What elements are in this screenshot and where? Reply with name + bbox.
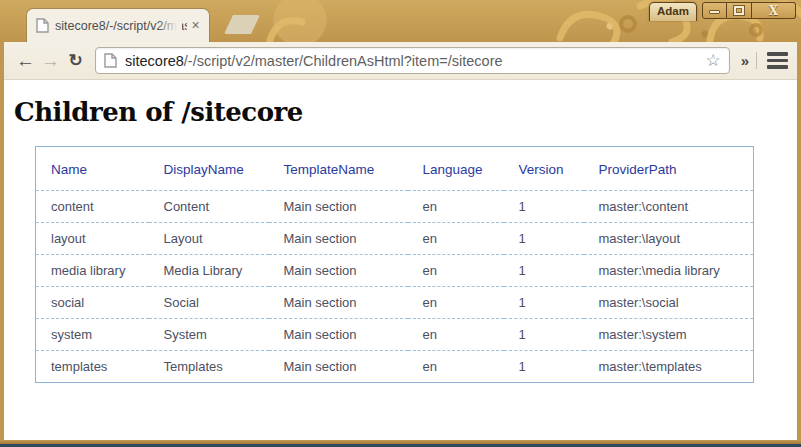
cell-language: en [408, 191, 504, 223]
table-row: social Social Main section en 1 master:\… [36, 287, 754, 319]
close-button[interactable]: X [752, 2, 796, 19]
table-row: media library Media Library Main section… [36, 255, 754, 287]
cell-templatename: Main section [269, 351, 408, 383]
maximize-icon [734, 6, 744, 15]
menu-icon [767, 65, 788, 69]
extensions-overflow-button[interactable]: » [741, 52, 749, 69]
window-controls: X [702, 2, 796, 19]
column-header-language: Language [408, 147, 504, 191]
cell-displayname: Media Library [149, 255, 269, 287]
cell-providerpath: master:\media library [584, 255, 754, 287]
cell-language: en [408, 255, 504, 287]
cell-version: 1 [504, 223, 584, 255]
tab-title-fade [158, 11, 182, 41]
cell-providerpath: master:\layout [584, 223, 754, 255]
browser-body: ← → ↻ sitecore8/-/script/v2/master/Child… [4, 42, 797, 440]
navigation-toolbar: ← → ↻ sitecore8/-/script/v2/master/Child… [4, 42, 797, 80]
cell-templatename: Main section [269, 319, 408, 351]
table-row: system System Main section en 1 master:\… [36, 319, 754, 351]
page-title: Children of /sitecore [4, 80, 797, 127]
cell-name: media library [36, 255, 149, 287]
cell-version: 1 [504, 351, 584, 383]
back-button[interactable]: ← [13, 48, 38, 74]
cell-displayname: Content [149, 191, 269, 223]
profile-button[interactable]: Adam [649, 2, 697, 21]
column-header-templatename: TemplateName [269, 147, 408, 191]
cell-providerpath: master:\templates [584, 351, 754, 383]
column-header-providerpath: ProviderPath [584, 147, 754, 191]
menu-button[interactable] [767, 52, 788, 69]
cell-version: 1 [504, 255, 584, 287]
browser-tab[interactable]: sitecore8/-/script/v2/mast × [26, 8, 210, 42]
cell-displayname: Layout [149, 223, 269, 255]
cell-language: en [408, 319, 504, 351]
url-path: /-/script/v2/master/ChildrenAsHtml?item=… [184, 53, 503, 69]
tab-close-button[interactable]: × [187, 17, 204, 34]
table-row: layout Layout Main section en 1 master:\… [36, 223, 754, 255]
cell-providerpath: master:\social [584, 287, 754, 319]
maximize-button[interactable] [727, 2, 752, 19]
browser-window: sitecore8/-/script/v2/mast × Adam X ← → … [0, 0, 801, 447]
cell-name: templates [36, 351, 149, 383]
column-header-displayname: DisplayName [149, 147, 269, 191]
cell-displayname: Templates [149, 351, 269, 383]
minimize-icon [709, 10, 720, 14]
cell-templatename: Main section [269, 287, 408, 319]
cell-displayname: Social [149, 287, 269, 319]
minimize-button[interactable] [702, 2, 727, 19]
table-header-row: Name DisplayName TemplateName Language V… [36, 147, 754, 191]
reload-button[interactable]: ↻ [63, 48, 88, 74]
cell-providerpath: master:\content [584, 191, 754, 223]
cell-language: en [408, 351, 504, 383]
menu-icon [767, 52, 788, 56]
close-icon: X [769, 5, 778, 17]
children-table: Name DisplayName TemplateName Language V… [35, 146, 754, 383]
new-tab-button[interactable] [224, 15, 260, 34]
cell-name: content [36, 191, 149, 223]
toolbar-divider [756, 52, 757, 69]
column-header-name: Name [36, 147, 149, 191]
cell-name: social [36, 287, 149, 319]
page-icon [36, 18, 49, 33]
cell-version: 1 [504, 319, 584, 351]
cell-version: 1 [504, 287, 584, 319]
cell-language: en [408, 287, 504, 319]
cell-displayname: System [149, 319, 269, 351]
cell-language: en [408, 223, 504, 255]
cell-providerpath: master:\system [584, 319, 754, 351]
cell-templatename: Main section [269, 191, 408, 223]
forward-button[interactable]: → [38, 48, 63, 74]
page-content: Children of /sitecore Name DisplayName T… [4, 80, 797, 440]
page-icon [104, 53, 117, 68]
cell-version: 1 [504, 191, 584, 223]
table-row: content Content Main section en 1 master… [36, 191, 754, 223]
cell-name: system [36, 319, 149, 351]
menu-icon [767, 59, 788, 63]
cell-templatename: Main section [269, 223, 408, 255]
titlebar: sitecore8/-/script/v2/mast × Adam X [0, 0, 801, 42]
table-row: templates Templates Main section en 1 ma… [36, 351, 754, 383]
cell-name: layout [36, 223, 149, 255]
address-bar[interactable]: sitecore8/-/script/v2/master/ChildrenAsH… [95, 47, 730, 74]
bookmark-star-icon[interactable]: ☆ [705, 52, 720, 69]
cell-templatename: Main section [269, 255, 408, 287]
url-host: sitecore8 [125, 53, 184, 69]
url-text: sitecore8/-/script/v2/master/ChildrenAsH… [125, 53, 697, 69]
column-header-version: Version [504, 147, 584, 191]
